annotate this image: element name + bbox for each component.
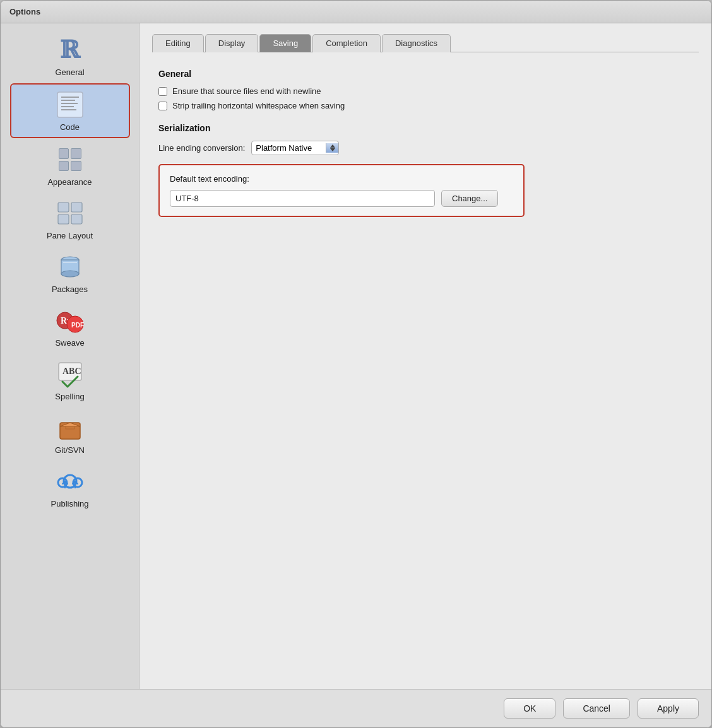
svg-text:ABC: ABC: [62, 367, 81, 376]
checkbox-whitespace[interactable]: [158, 102, 167, 110]
sidebar-item-spelling[interactable]: ABC Spelling: [10, 354, 130, 406]
select-spinner[interactable]: [326, 143, 338, 153]
svg-rect-22: [66, 426, 74, 429]
sidebar-item-gitsvn-label: Git/SVN: [55, 445, 85, 455]
arrow-down-icon: [330, 148, 335, 151]
sidebar-item-publishing-label: Publishing: [51, 499, 89, 508]
appearance-icon: [55, 144, 85, 175]
code-icon: [55, 90, 85, 120]
sidebar-item-packages-label: Packages: [52, 285, 88, 294]
encoding-section-label: Default text encoding:: [170, 174, 513, 184]
tab-saving[interactable]: Saving: [259, 34, 311, 52]
sidebar-item-general[interactable]: ℝ General: [10, 30, 130, 82]
general-icon: ℝ: [55, 35, 85, 65]
line-ending-label: Line ending conversion:: [158, 143, 245, 153]
svg-text:PDF: PDF: [71, 322, 84, 329]
sidebar-item-appearance-label: Appearance: [47, 177, 92, 187]
arrow-up-icon: [330, 144, 335, 148]
main-content: ℝ General Code: [1, 23, 711, 689]
sidebar-item-pane-layout[interactable]: Pane Layout: [10, 193, 130, 245]
pane-layout-icon: [55, 198, 85, 228]
sidebar-item-packages[interactable]: Packages: [10, 247, 130, 299]
tab-editing[interactable]: Editing: [152, 34, 204, 52]
encoding-box: Default text encoding: Change...: [158, 164, 525, 217]
checkbox-newline[interactable]: [158, 87, 167, 96]
spelling-icon: ABC: [55, 359, 85, 389]
change-button[interactable]: Change...: [441, 190, 498, 207]
window-title: Options: [9, 7, 40, 16]
footer: OK Cancel Apply: [1, 689, 711, 727]
sidebar-item-sweave[interactable]: Rn PDF Sweave: [10, 300, 130, 353]
titlebar: Options: [1, 1, 711, 23]
packages-icon: [55, 252, 85, 282]
svg-rect-8: [58, 214, 69, 224]
checkbox-newline-row: Ensure that source files end with newlin…: [158, 86, 692, 96]
sidebar-item-publishing[interactable]: Publishing: [10, 461, 130, 514]
sidebar-item-sweave-label: Sweave: [55, 338, 84, 348]
general-section-title: General: [158, 69, 692, 79]
code-icon-svg: [56, 91, 84, 119]
svg-rect-7: [71, 203, 82, 212]
svg-point-12: [61, 271, 79, 277]
encoding-row: Change...: [170, 190, 513, 207]
checkbox-newline-label: Ensure that source files end with newlin…: [172, 86, 321, 96]
cancel-button[interactable]: Cancel: [563, 698, 630, 719]
serialization-section: Serialization Line ending conversion: Pl…: [158, 123, 692, 217]
tab-display[interactable]: Display: [205, 34, 259, 52]
sidebar-item-general-label: General: [55, 68, 84, 77]
ok-button[interactable]: OK: [504, 698, 555, 719]
sidebar-item-pane-layout-label: Pane Layout: [47, 231, 93, 240]
sidebar-item-code[interactable]: Code: [10, 83, 130, 138]
apply-button[interactable]: Apply: [638, 698, 699, 719]
checkbox-whitespace-label: Strip trailing horizontal whitespace whe…: [172, 101, 345, 110]
publishing-icon: [55, 466, 85, 496]
sidebar: ℝ General Code: [1, 23, 139, 689]
content-area: General Ensure that source files end wit…: [152, 62, 699, 679]
checkbox-whitespace-row: Strip trailing horizontal whitespace whe…: [158, 101, 692, 110]
tab-bar: Editing Display Saving Completion Diagno…: [152, 33, 699, 52]
line-ending-row: Line ending conversion: Platform Native: [158, 141, 692, 155]
gitsvn-icon: [55, 413, 85, 443]
encoding-input[interactable]: [170, 190, 435, 207]
line-ending-select-container[interactable]: Platform Native: [251, 141, 339, 155]
sidebar-item-code-label: Code: [60, 122, 80, 132]
line-ending-select[interactable]: Platform Native: [252, 141, 326, 155]
tab-diagnostics[interactable]: Diagnostics: [382, 34, 451, 52]
options-window: Options ℝ General: [0, 0, 712, 728]
sidebar-item-gitsvn[interactable]: Git/SVN: [10, 408, 130, 460]
svg-rect-0: [57, 92, 83, 117]
serialization-section-title: Serialization: [158, 123, 692, 133]
svg-rect-6: [58, 203, 69, 212]
tab-completion[interactable]: Completion: [312, 34, 381, 52]
svg-rect-9: [71, 214, 82, 224]
right-panel: Editing Display Saving Completion Diagno…: [139, 23, 711, 689]
sidebar-item-appearance[interactable]: Appearance: [10, 139, 130, 192]
sidebar-item-spelling-label: Spelling: [55, 392, 84, 401]
sweave-icon: Rn PDF: [55, 305, 85, 336]
